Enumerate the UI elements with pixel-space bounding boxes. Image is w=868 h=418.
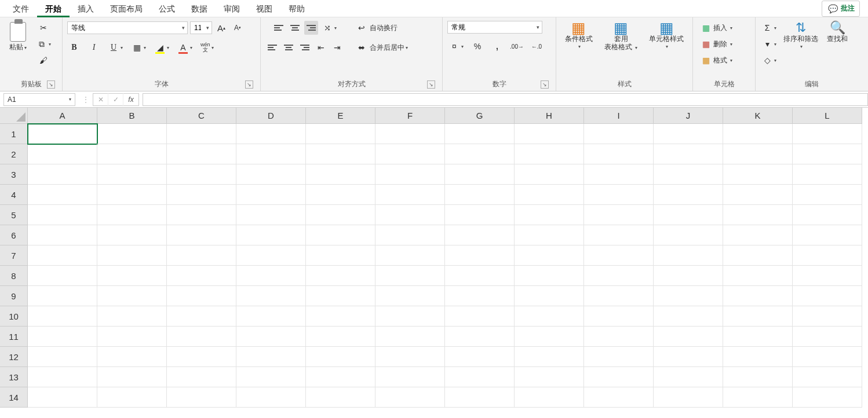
formula-input[interactable] [143,93,868,106]
cancel-formula-button[interactable]: ✕ [93,93,108,107]
cell[interactable] [515,347,584,367]
paste-button[interactable]: 粘贴▾ [5,21,31,53]
accounting-button[interactable]: ¤▾ [447,39,465,53]
cell[interactable] [236,266,306,286]
cell[interactable] [515,245,584,266]
cell[interactable] [654,306,723,327]
cell[interactable] [654,347,723,367]
cell[interactable] [375,347,445,367]
cell[interactable] [445,225,515,245]
row-header[interactable]: 12 [0,347,28,367]
name-bar-handle[interactable]: ⋮ [79,93,93,107]
cell[interactable] [167,347,236,367]
cell[interactable] [515,327,584,347]
cell[interactable] [167,205,236,225]
tab-页面布局[interactable]: 页面布局 [102,0,151,17]
enter-formula-button[interactable]: ✓ [108,93,123,107]
fill-button[interactable]: ▾▾ [760,37,778,51]
column-header[interactable]: D [236,108,306,124]
cell[interactable] [306,185,375,205]
cell[interactable] [97,185,167,205]
cell[interactable] [584,124,654,144]
cell[interactable] [306,144,375,164]
column-header[interactable]: G [445,108,515,124]
increase-decimal-button[interactable]: .00→ [510,39,524,53]
row-header[interactable]: 13 [0,367,28,387]
name-box[interactable]: A1 ▾ [3,93,75,106]
cell[interactable] [793,266,862,286]
cell[interactable] [97,124,167,144]
cell[interactable] [723,266,793,286]
number-format-input[interactable] [447,21,542,34]
cell[interactable] [793,286,862,306]
cell[interactable] [584,164,654,185]
cell[interactable] [375,205,445,225]
format-painter-button[interactable]: 🖌 [37,53,50,67]
cell[interactable] [793,387,862,408]
cell[interactable] [167,266,236,286]
cell[interactable] [306,367,375,387]
cell[interactable] [236,245,306,266]
cell[interactable] [97,205,167,225]
autosum-button[interactable]: Σ▾ [760,21,778,35]
cell[interactable] [236,327,306,347]
cell[interactable] [306,164,375,185]
cell[interactable] [375,124,445,144]
row-header[interactable]: 9 [0,286,28,306]
cell[interactable] [306,286,375,306]
cell[interactable] [723,124,793,144]
comma-button[interactable]: , [490,39,504,53]
cell[interactable] [584,286,654,306]
sort-filter-button[interactable]: ⇅ 排序和筛选 ▾ [781,21,820,50]
cell[interactable] [236,225,306,245]
cell[interactable] [167,367,236,387]
column-header[interactable]: K [723,108,793,124]
cell[interactable] [97,286,167,306]
cell[interactable] [167,387,236,408]
cell[interactable] [28,245,97,266]
cell[interactable] [236,367,306,387]
row-header[interactable]: 7 [0,245,28,266]
cell[interactable] [515,144,584,164]
cell[interactable] [97,387,167,408]
font-size-input[interactable] [190,21,212,34]
comments-button[interactable]: 💬 批注 [822,1,860,17]
dialog-launcher[interactable]: ↘ [47,80,55,89]
cell[interactable] [793,164,862,185]
cell[interactable] [723,306,793,327]
cell[interactable] [97,347,167,367]
cell[interactable] [515,306,584,327]
cell[interactable] [167,245,236,266]
fill-color-button[interactable]: ◢▾ [153,41,170,54]
tab-视图[interactable]: 视图 [248,0,280,17]
cell[interactable] [28,225,97,245]
dialog-launcher[interactable]: ↘ [245,80,253,89]
cell[interactable] [584,306,654,327]
underline-button[interactable]: U▾ [107,41,124,54]
row-header[interactable]: 2 [0,144,28,164]
insert-function-button[interactable]: fx [123,93,138,107]
cell[interactable] [28,185,97,205]
cell[interactable] [28,124,97,144]
decrease-indent-button[interactable]: ⇤ [314,41,328,54]
cell[interactable] [375,245,445,266]
find-select-button[interactable]: 🔍 查找和 [824,21,851,44]
cell[interactable] [375,306,445,327]
tab-帮助[interactable]: 帮助 [280,0,313,17]
cell[interactable] [793,327,862,347]
row-header[interactable]: 4 [0,185,28,205]
cell[interactable] [167,144,236,164]
format-as-table-button[interactable]: ▦ 套用表格格式 ▾ [602,21,640,53]
phonetic-button[interactable]: wén文▾ [199,41,215,54]
select-all-button[interactable] [0,108,28,124]
cell[interactable] [306,327,375,347]
cell[interactable] [97,245,167,266]
cell[interactable] [515,367,584,387]
cell[interactable] [445,286,515,306]
column-header[interactable]: E [306,108,375,124]
font-name-input[interactable] [67,21,188,34]
cell-styles-button[interactable]: ▦ 单元格样式 ▾ [647,21,686,50]
clear-button[interactable]: ◇▾ [760,53,778,67]
italic-button[interactable]: I [87,41,101,54]
dialog-launcher[interactable]: ↘ [427,80,435,89]
